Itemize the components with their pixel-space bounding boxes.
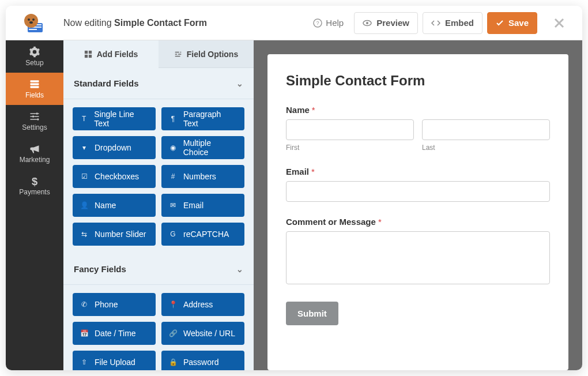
- envelope-icon: ✉: [168, 201, 178, 209]
- sidebar-item-label: Fields: [25, 91, 44, 99]
- field-date-time[interactable]: 📅Date / Time: [73, 322, 156, 345]
- upload-icon: ⇧: [80, 358, 89, 366]
- save-button[interactable]: Save: [487, 12, 537, 34]
- body: Setup Fields Settings Marketing $ Paymen…: [6, 40, 582, 370]
- bullhorn-icon: [29, 143, 40, 155]
- logo-slot: [6, 12, 63, 35]
- help-label: Help: [326, 18, 344, 28]
- svg-point-15: [36, 112, 38, 114]
- svg-rect-13: [31, 83, 39, 85]
- form-icon: [29, 78, 40, 90]
- first-name-input[interactable]: [286, 119, 414, 140]
- comment-textarea[interactable]: [286, 231, 550, 284]
- field-recaptcha[interactable]: GreCAPTCHA: [161, 223, 244, 246]
- field-email[interactable]: ✉Email: [161, 194, 244, 217]
- field-group-name[interactable]: Name* First Last: [286, 105, 550, 152]
- svg-point-6: [32, 18, 35, 21]
- standard-fields-grid: TSingle Line Text ¶Paragraph Text ▾Dropd…: [63, 99, 254, 254]
- label-text: Comment or Message: [286, 217, 376, 227]
- phone-icon: ✆: [80, 300, 89, 309]
- sidebar-item-payments[interactable]: $ Payments: [6, 170, 63, 202]
- field-number-slider[interactable]: ⇆Number Slider: [73, 223, 156, 246]
- label-text: Name: [286, 105, 310, 115]
- label-text: Email: [286, 167, 309, 176]
- pin-icon: 📍: [168, 300, 178, 309]
- user-icon: 👤: [80, 201, 89, 209]
- form-title: Simple Contact Form: [286, 73, 550, 89]
- embed-button[interactable]: Embed: [423, 12, 483, 34]
- sidebar-item-settings[interactable]: Settings: [6, 105, 63, 137]
- field-phone[interactable]: ✆Phone: [73, 293, 156, 316]
- sidebar-vertical: Setup Fields Settings Marketing $ Paymen…: [6, 40, 63, 370]
- editing-prefix: Now editing: [63, 18, 112, 28]
- field-single-line-text[interactable]: TSingle Line Text: [73, 107, 156, 130]
- help-button[interactable]: ? Help: [307, 14, 349, 31]
- submit-label: Submit: [297, 309, 327, 318]
- field-file-upload[interactable]: ⇧File Upload: [73, 351, 156, 370]
- sliders-mini-icon: [174, 50, 182, 58]
- svg-point-7: [29, 21, 33, 24]
- field-group-comment[interactable]: Comment or Message*: [286, 217, 550, 287]
- preview-button[interactable]: Preview: [354, 12, 418, 34]
- last-name-input[interactable]: [422, 119, 550, 140]
- field-multiple-choice[interactable]: ◉Multiple Choice: [161, 136, 244, 159]
- field-label: Password: [183, 358, 218, 367]
- last-sublabel: Last: [422, 144, 550, 152]
- app-root: Now editing Simple Contact Form ? Help P…: [6, 6, 582, 370]
- field-label: Phone: [95, 300, 118, 309]
- field-numbers[interactable]: #Numbers: [161, 165, 244, 188]
- name-first-col: First: [286, 119, 414, 152]
- svg-rect-22: [89, 54, 92, 57]
- fancy-fields-grid: ✆Phone 📍Address 📅Date / Time 🔗Website / …: [63, 285, 254, 370]
- sidebar-item-label: Settings: [22, 123, 47, 131]
- sidebar-item-fields[interactable]: Fields: [6, 73, 63, 105]
- field-address[interactable]: 📍Address: [161, 293, 244, 316]
- svg-text:?: ?: [316, 20, 319, 26]
- field-label: Number Slider: [95, 230, 146, 239]
- sidebar-item-marketing[interactable]: Marketing: [6, 137, 63, 170]
- comment-label: Comment or Message*: [286, 217, 550, 227]
- field-checkboxes[interactable]: ☑Checkboxes: [73, 165, 156, 188]
- tab-field-options[interactable]: Field Options: [159, 40, 254, 68]
- name-row: First Last: [286, 119, 550, 152]
- tab-label: Add Fields: [97, 50, 138, 59]
- editing-label: Now editing Simple Contact Form: [63, 18, 207, 28]
- lock-icon: 🔒: [168, 358, 178, 366]
- dollar-icon: $: [29, 175, 40, 187]
- svg-point-5: [28, 18, 30, 21]
- svg-rect-3: [29, 29, 37, 30]
- svg-point-11: [366, 22, 368, 24]
- field-label: Checkboxes: [95, 172, 139, 181]
- help-icon: ?: [313, 18, 322, 28]
- field-group-email[interactable]: Email*: [286, 167, 550, 202]
- slider-icon: ⇆: [80, 230, 89, 238]
- field-website-url[interactable]: 🔗Website / URL: [161, 322, 244, 345]
- section-fancy-head[interactable]: Fancy Fields ⌄: [63, 254, 254, 285]
- field-name[interactable]: 👤Name: [73, 194, 156, 217]
- sidebar-item-label: Marketing: [20, 156, 50, 164]
- email-input[interactable]: [286, 181, 550, 202]
- section-standard-head[interactable]: Standard Fields ⌄: [63, 68, 254, 99]
- field-paragraph-text[interactable]: ¶Paragraph Text: [161, 107, 244, 130]
- form-surface[interactable]: Simple Contact Form Name* First Last: [267, 54, 568, 370]
- sidebar-item-setup[interactable]: Setup: [6, 40, 63, 73]
- tab-add-fields[interactable]: Add Fields: [63, 40, 159, 68]
- required-marker: *: [311, 167, 315, 176]
- hash-icon: #: [168, 172, 178, 181]
- field-label: reCAPTCHA: [183, 230, 229, 239]
- field-password[interactable]: 🔒Password: [161, 351, 244, 370]
- calendar-icon: 📅: [80, 329, 89, 337]
- submit-button[interactable]: Submit: [286, 302, 338, 325]
- panel-scroll[interactable]: Standard Fields ⌄ TSingle Line Text ¶Par…: [63, 68, 254, 370]
- name-last-col: Last: [422, 119, 550, 152]
- svg-point-4: [24, 14, 38, 28]
- text-icon: T: [80, 115, 88, 123]
- field-dropdown[interactable]: ▾Dropdown: [73, 136, 156, 159]
- embed-label: Embed: [445, 18, 474, 28]
- app-logo: [23, 12, 46, 35]
- close-icon: [554, 18, 564, 28]
- close-button[interactable]: [548, 12, 571, 35]
- dropdown-icon: ▾: [80, 144, 89, 152]
- field-label: File Upload: [95, 358, 135, 367]
- preview-label: Preview: [376, 18, 409, 28]
